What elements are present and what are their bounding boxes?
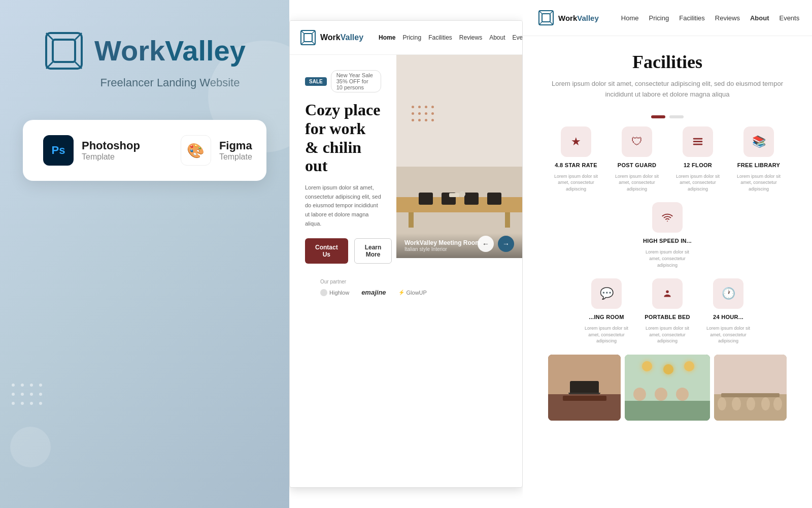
- figma-label: Figma: [219, 139, 252, 152]
- fac-item-bed: PORTABLE BED Lorem ipsum dolor sit amet,…: [642, 278, 693, 344]
- fac-guard-desc: Lorem ipsum dolor sit amet, consectetur …: [612, 173, 662, 193]
- wp-hero-desc: Lorem ipsum dolor sit amet, consectetur …: [305, 183, 381, 228]
- brand-name-large: WorkValley: [94, 37, 246, 65]
- fac-wifi-icon: [652, 202, 683, 233]
- wp-nav-home[interactable]: Home: [379, 34, 395, 41]
- template-cards: Ps Photoshop Template 🎨 Figma Template: [23, 120, 266, 181]
- fac-bed-desc: Lorem ipsum dolor sit amet, consectetur …: [642, 325, 693, 344]
- partner-emajine: emajine: [361, 289, 386, 296]
- wp-nav-facilities[interactable]: Facilities: [428, 34, 452, 41]
- wp-nav-about[interactable]: About: [489, 34, 505, 41]
- fac-star-desc: Lorem ipsum dolor sit amet, consectetur …: [551, 173, 601, 193]
- svg-point-21: [666, 291, 669, 294]
- wp-navbar: WorkValley Home Pricing Facilities Revie…: [290, 21, 522, 55]
- wp-logo-icon: [300, 29, 316, 46]
- fac-nav-reviews[interactable]: Reviews: [715, 14, 740, 22]
- wp-prev-button[interactable]: ←: [478, 236, 494, 252]
- fac-nav-facilities[interactable]: Facilities: [679, 14, 705, 22]
- wp-nav-pricing[interactable]: Pricing: [402, 34, 421, 41]
- brand-top: WorkValley: [44, 30, 246, 71]
- wp-hero-title: Cozy place for work & chilin out: [305, 101, 381, 175]
- wp-next-button[interactable]: →: [498, 236, 514, 252]
- fac-item-library: 📚 FREE LIBRARY Lorem ipsum dolor sit ame…: [733, 126, 784, 193]
- fac-bed-title: PORTABLE BED: [645, 314, 690, 320]
- wp-sale-badge: SALE New Year Sale 35% OFF for 10 person…: [305, 70, 381, 92]
- fac-star-title: 4.8 STAR RATE: [555, 162, 597, 168]
- wp-brand-valley: Valley: [341, 33, 363, 42]
- dot-grid-decoration: [10, 382, 44, 406]
- fac-floor-title: 12 FLOOR: [684, 162, 712, 168]
- fac-wifi-desc: Lorem ipsum dolor sit amet, consectetur …: [642, 249, 693, 268]
- partner-glowup: ⚡ GlowUP: [398, 290, 427, 296]
- wp-brand-work: Work: [320, 33, 341, 42]
- fac-library-desc: Lorem ipsum dolor sit amet, consectetur …: [733, 173, 784, 193]
- wp-brand: WorkValley: [300, 29, 363, 46]
- fac-nav-events[interactable]: Events: [779, 14, 799, 22]
- svg-rect-13: [542, 14, 550, 22]
- wp-hero-buttons: Contact Us Learn More: [305, 238, 381, 264]
- ps-icon: Ps: [43, 135, 74, 166]
- wp-partners: Our partner Highlow emajine ⚡ GlowUP: [305, 279, 381, 296]
- wp-sale-tag: SALE: [305, 77, 327, 86]
- fac-chat-icon: 💬: [591, 278, 622, 309]
- fac-item-chat: 💬 ...ING ROOM Lorem ipsum dolor sit amet…: [581, 278, 632, 344]
- partner-highlow: Highlow: [320, 289, 349, 296]
- fac-navbar: WorkValley Home Pricing Facilities Revie…: [523, 0, 812, 36]
- fac-item-guard: 🛡 POST GUARD Lorem ipsum dolor sit amet,…: [612, 126, 662, 193]
- fac-gallery: [543, 355, 792, 421]
- website-preview: WorkValley Home Pricing Facilities Revie…: [289, 20, 523, 488]
- fac-item-wifi: HIGH SPEED IN... Lorem ipsum dolor sit a…: [642, 202, 693, 268]
- fac-library-icon: 📚: [743, 126, 774, 157]
- svg-rect-19: [693, 141, 702, 142]
- svg-rect-7: [304, 34, 312, 42]
- wp-nav-events[interactable]: Events: [513, 34, 523, 41]
- ps-label: Photoshop: [82, 139, 140, 152]
- wp-partners-label: Our partner: [320, 279, 366, 284]
- fac-floor-icon: [683, 126, 713, 157]
- fac-star-icon: ★: [561, 126, 591, 157]
- gallery-img-2: [625, 355, 709, 421]
- svg-rect-18: [693, 138, 702, 139]
- right-side: WorkValley Home Pricing Facilities Revie…: [289, 0, 812, 508]
- fac-item-24hr: 🕐 24 HOUR... Lorem ipsum dolor sit amet,…: [703, 278, 754, 344]
- wp-hero: SALE New Year Sale 35% OFF for 10 person…: [290, 55, 396, 306]
- facilities-panel: WorkValley Home Pricing Facilities Revie…: [523, 0, 812, 508]
- fac-grid-row1: ★ 4.8 STAR RATE Lorem ipsum dolor sit am…: [543, 126, 792, 269]
- wp-partners-row: Highlow emajine ⚡ GlowUP: [320, 289, 366, 296]
- fac-nav-about[interactable]: About: [750, 14, 769, 22]
- fac-nav-home[interactable]: Home: [621, 14, 639, 22]
- ps-label-group: Photoshop Template: [82, 139, 140, 162]
- svg-rect-20: [693, 143, 702, 145]
- decorative-circle2: [10, 427, 51, 467]
- fac-description: Lorem ipsum dolor sit amet, consectetur …: [543, 79, 792, 100]
- figma-card: 🎨 Figma Template: [181, 135, 252, 166]
- fac-chat-desc: Lorem ipsum dolor sit amet, consectetur …: [581, 325, 632, 344]
- wp-hero-learn-button[interactable]: Learn More: [354, 238, 392, 264]
- fac-brand: WorkValley: [538, 10, 599, 26]
- wp-nav-reviews[interactable]: Reviews: [459, 34, 482, 41]
- figma-label-group: Figma Template: [219, 139, 252, 162]
- fac-logo-icon: [538, 10, 554, 26]
- wp-hero-contact-button[interactable]: Contact Us: [305, 238, 348, 264]
- fac-library-title: FREE LIBRARY: [737, 162, 780, 168]
- wp-hero-image: WorkValley Meeting Room Italian style In…: [396, 55, 522, 258]
- gallery-img-1: [548, 355, 621, 421]
- fac-wifi-title: HIGH SPEED IN...: [643, 238, 692, 244]
- fac-item-floor: 12 FLOOR Lorem ipsum dolor sit amet, con…: [672, 126, 723, 193]
- scroll-dot-1: [651, 115, 665, 118]
- fac-title: Facilities: [543, 51, 792, 73]
- gallery-img-3: [714, 355, 787, 421]
- wp-nav-links: Home Pricing Facilities Reviews About Ev…: [379, 34, 523, 41]
- fac-24hr-desc: Lorem ipsum dolor sit amet, consectetur …: [703, 325, 754, 344]
- figma-icon: 🎨: [181, 135, 211, 166]
- fac-nav-links: Home Pricing Facilities Reviews About Ev…: [621, 14, 799, 22]
- left-panel: WorkValley Freelancer Landing Website Ps…: [0, 0, 289, 508]
- fac-chat-title: ...ING ROOM: [589, 314, 624, 320]
- fac-guard-icon: 🛡: [622, 126, 652, 157]
- fac-nav-pricing[interactable]: Pricing: [649, 14, 669, 22]
- wp-sale-text: New Year Sale 35% OFF for 10 persons: [331, 70, 381, 92]
- fac-main: Facilities Lorem ipsum dolor sit amet, c…: [523, 36, 812, 436]
- svg-rect-1: [53, 40, 75, 62]
- fac-item-star: ★ 4.8 STAR RATE Lorem ipsum dolor sit am…: [551, 126, 601, 193]
- photoshop-card: Ps Photoshop Template: [43, 135, 140, 166]
